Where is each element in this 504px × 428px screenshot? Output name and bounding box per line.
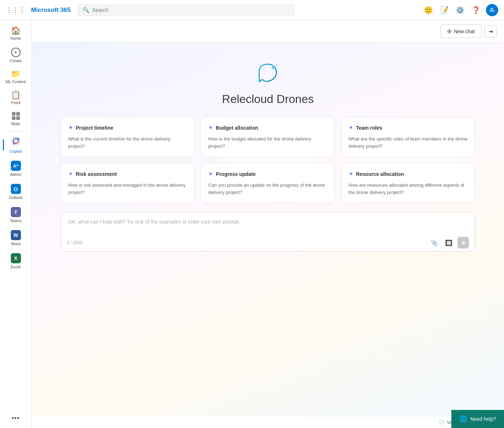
sidebar-label-word: Word bbox=[11, 242, 20, 246]
avatar[interactable]: JL bbox=[486, 4, 498, 16]
card-body-risk-assessment: How is risk assessed and managed in the … bbox=[68, 182, 187, 196]
sidebar-label-excel: Excel bbox=[11, 265, 21, 269]
apps-icon bbox=[12, 112, 20, 120]
copilot-main: Relecloud Drones ✦ Project timeline What… bbox=[32, 43, 504, 417]
emoji-icon[interactable]: 🙂 bbox=[422, 4, 434, 16]
chat-input-area[interactable]: OK, what can I help with? Try one of the… bbox=[61, 212, 475, 252]
chat-input-placeholder[interactable]: OK, what can I help with? Try one of the… bbox=[61, 212, 475, 234]
sidebar-item-excel[interactable]: X Excel bbox=[3, 250, 29, 272]
card-title-progress-update: Progress update bbox=[216, 171, 255, 177]
input-area: 📄 View prompts bbox=[32, 417, 504, 428]
sidebar-item-word[interactable]: W Word bbox=[3, 227, 29, 249]
card-project-timeline[interactable]: ✦ Project timeline What is the current t… bbox=[61, 117, 195, 157]
feedback-icon[interactable]: 📝 bbox=[438, 4, 450, 16]
card-header-budget-allocation: ✦ Budget allocation bbox=[208, 124, 327, 131]
copilot-logo bbox=[255, 61, 281, 87]
search-box[interactable]: 🔍 bbox=[78, 4, 294, 16]
card-header-team-roles: ✦ Team roles bbox=[349, 124, 468, 131]
home-icon: 🏠 bbox=[11, 27, 21, 35]
card-team-roles[interactable]: ✦ Team roles What are the specific roles… bbox=[341, 117, 475, 157]
content-area: ⊕ New chat ⇥ bbox=[32, 20, 504, 428]
topbar: ⋮⋮⋮ Microsoft 365 🔍 🙂 📝 ⚙️ ❓ JL bbox=[0, 0, 504, 20]
need-help-label: Need help? bbox=[470, 416, 496, 422]
cards-grid: ✦ Project timeline What is the current t… bbox=[61, 117, 475, 203]
new-chat-label: New chat bbox=[454, 29, 475, 34]
excel-icon: X bbox=[11, 253, 21, 263]
outlook-icon: O bbox=[11, 184, 21, 194]
chat-actions: 📎 🔲 ➤ bbox=[429, 237, 469, 248]
sidebar-label-admin: Admin bbox=[10, 172, 21, 177]
card-body-team-roles: What are the specific roles of team memb… bbox=[349, 135, 468, 150]
need-help-icon: 🌐 bbox=[459, 415, 467, 423]
sidebar-label-apps: Apps bbox=[11, 121, 20, 126]
need-help-button[interactable]: 🌐 Need help? bbox=[451, 410, 504, 428]
copilot-header: Relecloud Drones bbox=[61, 50, 475, 117]
card-body-budget-allocation: How is the budget allocated for the dron… bbox=[208, 135, 327, 150]
card-icon-project-timeline: ✦ bbox=[68, 124, 73, 131]
chat-input-footer: 0 / 2000 📎 🔲 ➤ bbox=[61, 234, 475, 251]
reference-button[interactable]: 🔲 bbox=[443, 237, 455, 248]
toggle-icon: ⇥ bbox=[488, 29, 493, 34]
card-header-resource-allocation: ✦ Resource allocation bbox=[349, 170, 468, 177]
svg-point-0 bbox=[11, 137, 21, 146]
card-header-progress-update: ✦ Progress update bbox=[208, 170, 327, 177]
sidebar-item-teams[interactable]: T Teams bbox=[3, 204, 29, 226]
search-input[interactable] bbox=[92, 7, 290, 13]
topbar-right: 🙂 📝 ⚙️ ❓ JL bbox=[422, 4, 498, 16]
sidebar-divider-1 bbox=[7, 131, 25, 131]
svg-point-1 bbox=[17, 138, 19, 140]
card-title-team-roles: Team roles bbox=[356, 125, 382, 131]
my-content-icon: 📁 bbox=[11, 70, 21, 78]
sidebar-item-home[interactable]: 🏠 Home bbox=[3, 24, 29, 43]
card-budget-allocation[interactable]: ✦ Budget allocation How is the budget al… bbox=[201, 117, 335, 157]
view-prompts-row[interactable]: 📄 View prompts bbox=[61, 417, 475, 428]
card-resource-allocation[interactable]: ✦ Resource allocation How are resources … bbox=[341, 163, 475, 203]
sidebar-label-feed: Feed bbox=[11, 100, 20, 105]
word-icon: W bbox=[11, 230, 21, 240]
sidebar-item-create[interactable]: + Create bbox=[3, 45, 29, 66]
char-count: 0 / 2000 bbox=[67, 240, 82, 245]
sidebar-item-feed[interactable]: 📋 Feed bbox=[3, 88, 29, 108]
card-icon-resource-allocation: ✦ bbox=[349, 170, 353, 177]
card-icon-risk-assessment: ✦ bbox=[68, 170, 73, 177]
card-title-resource-allocation: Resource allocation bbox=[356, 171, 404, 177]
main-layout: 🏠 Home + Create 📁 My Content 📋 Feed Apps bbox=[0, 20, 504, 428]
help-icon[interactable]: ❓ bbox=[470, 4, 482, 16]
card-header-project-timeline: ✦ Project timeline bbox=[68, 124, 187, 131]
sidebar-item-outlook[interactable]: O Outlook bbox=[3, 181, 29, 203]
content-topbar: ⊕ New chat ⇥ bbox=[32, 20, 504, 43]
card-icon-budget-allocation: ✦ bbox=[208, 124, 213, 131]
attach-button[interactable]: 📎 bbox=[429, 237, 440, 248]
admin-icon: A* bbox=[11, 161, 21, 171]
sidebar-item-copilot[interactable]: Copilot bbox=[3, 133, 29, 156]
new-chat-button[interactable]: ⊕ New chat bbox=[440, 25, 482, 38]
grid-icon[interactable]: ⋮⋮⋮ bbox=[6, 6, 25, 14]
sidebar: 🏠 Home + Create 📁 My Content 📋 Feed Apps bbox=[0, 20, 32, 428]
sidebar-item-admin[interactable]: A* Admin bbox=[3, 158, 29, 180]
sidebar-item-my-content[interactable]: 📁 My Content bbox=[3, 67, 29, 87]
card-progress-update[interactable]: ✦ Progress update Can you provide an upd… bbox=[201, 163, 335, 203]
teams-icon: T bbox=[11, 207, 21, 217]
sidebar-label-outlook: Outlook bbox=[9, 195, 23, 200]
view-prompts-icon: 📄 bbox=[439, 420, 444, 425]
card-title-project-timeline: Project timeline bbox=[76, 125, 113, 131]
settings-icon[interactable]: ⚙️ bbox=[454, 4, 466, 16]
sidebar-label-my-content: My Content bbox=[5, 79, 26, 84]
sidebar-item-apps[interactable]: Apps bbox=[3, 109, 29, 129]
sidebar-label-create: Create bbox=[10, 59, 22, 63]
card-body-project-timeline: What is the current timeline for the dro… bbox=[68, 135, 187, 150]
card-body-resource-allocation: How are resources allocated among differ… bbox=[349, 182, 468, 196]
brand-name: Microsoft 365 bbox=[31, 7, 71, 14]
card-body-progress-update: Can you provide an update on the progres… bbox=[208, 182, 327, 196]
send-button[interactable]: ➤ bbox=[457, 237, 469, 248]
search-icon: 🔍 bbox=[83, 7, 89, 13]
card-risk-assessment[interactable]: ✦ Risk assessment How is risk assessed a… bbox=[61, 163, 195, 203]
copilot-title: Relecloud Drones bbox=[61, 92, 475, 106]
sidebar-toggle-button[interactable]: ⇥ bbox=[485, 25, 497, 38]
card-icon-progress-update: ✦ bbox=[208, 170, 213, 177]
sidebar-item-more[interactable]: ••• bbox=[3, 412, 29, 424]
create-icon: + bbox=[11, 48, 21, 57]
sidebar-label-copilot: Copilot bbox=[9, 149, 22, 154]
card-title-risk-assessment: Risk assessment bbox=[76, 171, 117, 177]
card-header-risk-assessment: ✦ Risk assessment bbox=[68, 170, 187, 177]
